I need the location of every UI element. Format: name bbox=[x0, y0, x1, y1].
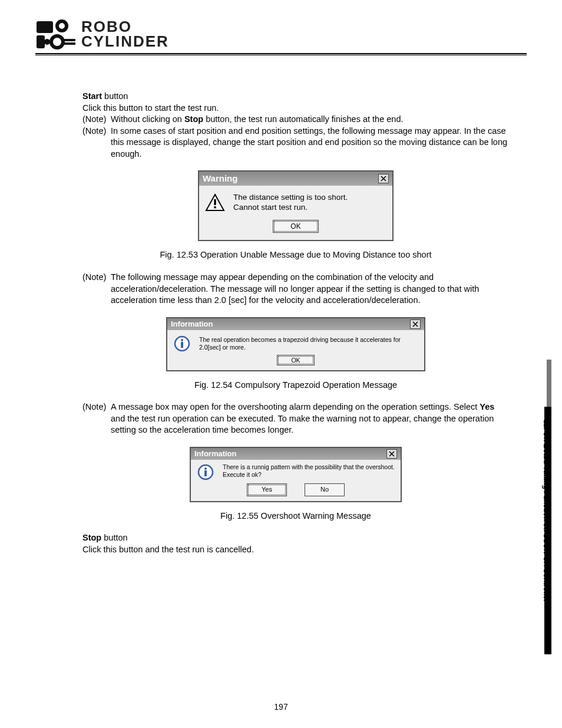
svg-rect-2 bbox=[37, 35, 45, 48]
note-4: (Note) A message box may open for the ov… bbox=[82, 401, 509, 436]
warning-dialog-message: The distance setting is too short. Canno… bbox=[233, 193, 348, 213]
note-4-body: A message box may open for the overshoot… bbox=[111, 401, 509, 436]
warning-dialog-body: The distance setting is too short. Canno… bbox=[199, 186, 392, 216]
start-button-heading: Start button bbox=[82, 91, 509, 103]
note-1: (Note) Without clicking on Stop button, … bbox=[82, 114, 509, 126]
start-button-suffix: button bbox=[102, 91, 128, 101]
brand-logo-text: ROBO CYLINDER bbox=[81, 19, 169, 48]
note-2-body: In some cases of start position and end … bbox=[111, 126, 509, 160]
figure-caption-3: Fig. 12.55 Overshoot Warning Message bbox=[82, 510, 509, 522]
note-3: (Note) The following message may appear … bbox=[82, 272, 509, 307]
header-rule-2 bbox=[35, 55, 527, 55]
svg-rect-8 bbox=[214, 199, 216, 205]
start-button-desc: Click this button to start the test run. bbox=[82, 103, 509, 114]
info-icon bbox=[197, 463, 214, 481]
stop-button-heading: Stop button bbox=[82, 532, 509, 544]
close-icon[interactable] bbox=[386, 449, 397, 459]
info-dialog-overshoot-title: Information bbox=[194, 449, 237, 459]
page: ROBO CYLINDER Start button Click this bu… bbox=[0, 0, 562, 728]
warning-dialog-buttons: OK bbox=[199, 216, 392, 240]
no-button[interactable]: No bbox=[305, 483, 345, 496]
brand-logo-mark bbox=[35, 18, 77, 51]
svg-rect-12 bbox=[181, 342, 183, 348]
note-3-body: The following message may appear dependi… bbox=[111, 272, 509, 307]
warning-dialog: Warning The distance setting is too shor… bbox=[198, 170, 394, 241]
info-dialog-trapezoid-titlebar: Information bbox=[167, 318, 424, 330]
info-dialog-overshoot-titlebar: Information bbox=[191, 448, 401, 460]
info-dialog-overshoot-buttons: Yes No bbox=[191, 482, 401, 501]
info-dialog-trapezoid-body: The real operation becomes a trapezoid d… bbox=[167, 330, 424, 354]
chapter-tab-label: 12. Off Board Tuning Function on SCON-CA… bbox=[542, 420, 550, 602]
chapter-tab-grey bbox=[547, 360, 551, 413]
svg-rect-9 bbox=[214, 206, 216, 208]
stop-button-desc: Click this button and the test run is ca… bbox=[82, 544, 509, 556]
note-2-label: (Note) bbox=[82, 126, 111, 160]
figure-caption-2: Fig. 12.54 Compulsory Trapezoid Operatio… bbox=[82, 380, 509, 391]
close-icon[interactable] bbox=[410, 319, 421, 329]
chapter-tab: 12. Off Board Tuning Function on SCON-CA… bbox=[536, 401, 551, 654]
svg-point-3 bbox=[44, 39, 50, 45]
svg-point-11 bbox=[181, 339, 183, 341]
svg-point-14 bbox=[204, 467, 207, 470]
warning-dialog-title: Warning bbox=[203, 173, 237, 185]
content: Start button Click this button to start … bbox=[35, 91, 527, 556]
info-dialog-trapezoid: Information The real operation becomes a… bbox=[166, 317, 425, 371]
info-dialog-overshoot-body: There is a runnig pattern with the possi… bbox=[191, 460, 401, 482]
svg-rect-6 bbox=[64, 42, 75, 45]
header-rule-1 bbox=[35, 53, 527, 54]
info-dialog-overshoot-message: There is a runnig pattern with the possi… bbox=[223, 463, 395, 479]
svg-rect-5 bbox=[64, 39, 75, 41]
info-dialog-trapezoid-buttons: OK bbox=[167, 354, 424, 370]
note-3-label: (Note) bbox=[82, 272, 111, 307]
figure-caption-1: Fig. 12.53 Operation Unable Message due … bbox=[82, 249, 509, 261]
ok-button[interactable]: OK bbox=[273, 220, 319, 233]
stop-button-suffix: button bbox=[101, 533, 127, 542]
svg-point-4 bbox=[51, 36, 63, 48]
close-icon[interactable] bbox=[378, 174, 389, 183]
stop-button-label: Stop bbox=[82, 533, 101, 542]
page-number: 197 bbox=[0, 702, 562, 711]
yes-button[interactable]: Yes bbox=[247, 483, 287, 496]
brand-line2: CYLINDER bbox=[81, 34, 169, 49]
note-1-label: (Note) bbox=[82, 114, 111, 126]
warning-dialog-titlebar: Warning bbox=[199, 172, 392, 186]
info-dialog-overshoot: Information There is a runnig pattern wi… bbox=[190, 447, 402, 502]
svg-rect-15 bbox=[204, 470, 207, 476]
note-1-body: Without clicking on Stop button, the tes… bbox=[111, 114, 509, 126]
info-icon bbox=[173, 335, 191, 353]
ok-button[interactable]: OK bbox=[277, 355, 315, 365]
svg-point-1 bbox=[57, 21, 67, 31]
note-2: (Note) In some cases of start position a… bbox=[82, 126, 509, 160]
start-button-label: Start bbox=[82, 91, 102, 101]
info-dialog-trapezoid-message: The real operation becomes a trapezoid d… bbox=[199, 336, 418, 351]
warning-icon bbox=[205, 193, 225, 213]
brand-logo: ROBO CYLINDER bbox=[35, 18, 527, 51]
note-4-label: (Note) bbox=[82, 401, 111, 436]
info-dialog-trapezoid-title: Information bbox=[171, 319, 213, 330]
svg-rect-0 bbox=[37, 21, 53, 33]
